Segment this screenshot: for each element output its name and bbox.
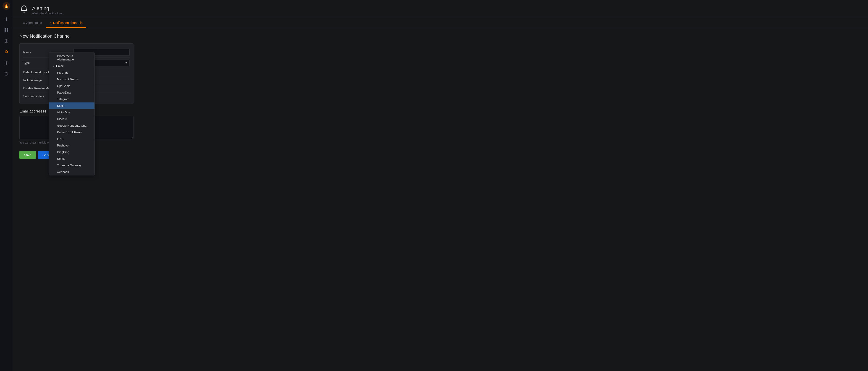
dropdown-item-hipchat[interactable]: HipChat xyxy=(49,69,94,76)
dropdown-item-kafka-rest-proxy[interactable]: Kafka REST Proxy xyxy=(49,129,94,135)
svg-text:🔥: 🔥 xyxy=(4,3,9,8)
dropdown-item-threema-gateway[interactable]: Threema Gateway xyxy=(49,162,94,168)
tab-notification-channels[interactable]: △ Notification channels xyxy=(45,18,86,28)
email-section-title: Email addresses xyxy=(20,109,861,114)
dropdown-item-slack[interactable]: Slack xyxy=(49,102,94,109)
dropdown-item-dingding[interactable]: DingDing xyxy=(49,149,94,155)
add-icon[interactable] xyxy=(2,14,11,24)
dropdown-item-microsoft-teams[interactable]: Microsoft Teams xyxy=(49,76,94,83)
dropdown-item-webhook[interactable]: webhook xyxy=(49,168,94,175)
dropdown-list: Prometheus Alertmanager ✓ Email HipChat … xyxy=(49,53,95,176)
app-logo[interactable]: 🔥 xyxy=(2,2,10,10)
dropdown-item-opsgenie[interactable]: OpsGenie xyxy=(49,83,94,89)
type-dropdown-menu: Prometheus Alertmanager ✓ Email HipChat … xyxy=(49,53,95,176)
explore-icon[interactable] xyxy=(2,36,11,45)
svg-rect-3 xyxy=(7,28,8,30)
save-button[interactable]: Save xyxy=(20,151,36,159)
sidebar: 🔥 xyxy=(0,0,12,371)
dropdown-item-pagerduty[interactable]: PagerDuty xyxy=(49,89,94,96)
svg-point-7 xyxy=(6,63,7,64)
dropdown-item-discord[interactable]: Discord xyxy=(49,116,94,122)
alerting-icon[interactable] xyxy=(2,48,11,57)
alert-rules-icon: ≡ xyxy=(23,21,25,25)
dropdown-item-sensu[interactable]: Sensu xyxy=(49,155,94,162)
page-subtitle: Alert rules & notifications xyxy=(32,12,62,15)
dropdown-item-prometheus-alertmanager[interactable]: Prometheus Alertmanager xyxy=(49,53,94,63)
notification-channels-icon: △ xyxy=(49,21,52,25)
item-check-email: ✓ xyxy=(53,65,55,68)
dropdown-item-line[interactable]: LINE xyxy=(49,135,94,142)
dropdown-item-telegram[interactable]: Telegram xyxy=(49,96,94,102)
page-title: Alerting xyxy=(32,5,62,11)
shield-icon[interactable] xyxy=(2,69,11,79)
tab-alert-rules[interactable]: ≡ Alert Rules xyxy=(20,18,45,28)
section-heading: New Notification Channel xyxy=(20,34,861,39)
dropdown-item-google-hangouts-chat[interactable]: Google Hangouts Chat xyxy=(49,122,94,129)
dropdown-item-pushover[interactable]: Pushover xyxy=(49,142,94,149)
alerting-header-icon xyxy=(20,5,29,16)
svg-rect-5 xyxy=(7,30,8,32)
form-buttons: Save Send Test Back xyxy=(20,151,861,159)
dropdown-item-victorops[interactable]: VictorOps xyxy=(49,109,94,116)
dropdown-item-email[interactable]: ✓ Email xyxy=(49,63,94,69)
main-content: Alerting Alert rules & notifications ≡ A… xyxy=(12,0,868,371)
content-area: New Notification Channel Name Type Email… xyxy=(12,28,868,164)
chevron-down-icon: ▾ xyxy=(125,61,127,65)
svg-rect-2 xyxy=(5,28,6,30)
tabs-bar: ≡ Alert Rules △ Notification channels xyxy=(12,18,868,28)
svg-rect-4 xyxy=(5,30,6,32)
email-hint-text: You can enter multiple email addresses u… xyxy=(20,141,861,144)
svg-point-6 xyxy=(5,39,8,43)
page-header: Alerting Alert rules & notifications xyxy=(12,0,868,18)
email-section: Email addresses You can enter multiple e… xyxy=(20,109,861,144)
header-text: Alerting Alert rules & notifications xyxy=(32,5,62,15)
settings-icon[interactable] xyxy=(2,58,11,67)
dashboard-icon[interactable] xyxy=(2,26,11,35)
